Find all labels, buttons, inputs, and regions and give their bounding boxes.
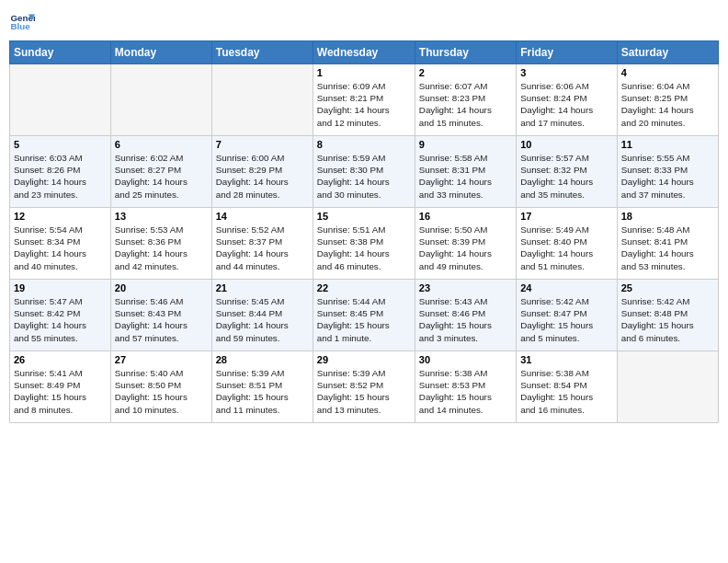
calendar-week-1: 1Sunrise: 6:09 AM Sunset: 8:21 PM Daylig… <box>10 64 719 136</box>
calendar-cell: 8Sunrise: 5:59 AM Sunset: 8:30 PM Daylig… <box>313 136 415 208</box>
calendar-cell <box>617 351 718 423</box>
day-number: 12 <box>14 211 107 222</box>
logo: General Blue <box>9 9 35 35</box>
day-info: Sunrise: 5:38 AM Sunset: 8:54 PM Dayligh… <box>520 367 613 416</box>
calendar-cell: 5Sunrise: 6:03 AM Sunset: 8:26 PM Daylig… <box>10 136 111 208</box>
day-info: Sunrise: 5:41 AM Sunset: 8:49 PM Dayligh… <box>14 367 107 416</box>
day-info: Sunrise: 5:38 AM Sunset: 8:53 PM Dayligh… <box>419 367 512 416</box>
calendar-cell: 4Sunrise: 6:04 AM Sunset: 8:25 PM Daylig… <box>617 64 718 136</box>
day-number: 17 <box>520 211 613 222</box>
calendar-cell: 11Sunrise: 5:55 AM Sunset: 8:33 PM Dayli… <box>617 136 718 208</box>
day-info: Sunrise: 5:45 AM Sunset: 8:44 PM Dayligh… <box>216 295 309 344</box>
day-number: 31 <box>520 354 613 365</box>
day-number: 19 <box>14 282 107 293</box>
day-number: 29 <box>317 354 411 365</box>
calendar-cell: 26Sunrise: 5:41 AM Sunset: 8:49 PM Dayli… <box>10 351 111 423</box>
calendar-cell <box>211 64 313 136</box>
day-info: Sunrise: 6:00 AM Sunset: 8:29 PM Dayligh… <box>216 152 309 201</box>
day-number: 2 <box>419 67 512 78</box>
calendar-cell: 14Sunrise: 5:52 AM Sunset: 8:37 PM Dayli… <box>211 208 313 280</box>
day-number: 25 <box>621 282 714 293</box>
day-number: 3 <box>520 67 613 78</box>
calendar-cell: 21Sunrise: 5:45 AM Sunset: 8:44 PM Dayli… <box>211 280 313 351</box>
day-info: Sunrise: 5:42 AM Sunset: 8:47 PM Dayligh… <box>520 295 613 344</box>
day-info: Sunrise: 5:47 AM Sunset: 8:42 PM Dayligh… <box>14 295 107 344</box>
day-number: 26 <box>14 354 107 365</box>
day-info: Sunrise: 5:53 AM Sunset: 8:36 PM Dayligh… <box>115 224 208 272</box>
day-info: Sunrise: 6:03 AM Sunset: 8:26 PM Dayligh… <box>14 152 107 201</box>
calendar-cell: 22Sunrise: 5:44 AM Sunset: 8:45 PM Dayli… <box>313 280 415 351</box>
calendar-cell: 2Sunrise: 6:07 AM Sunset: 8:23 PM Daylig… <box>415 64 516 136</box>
day-info: Sunrise: 6:04 AM Sunset: 8:25 PM Dayligh… <box>621 80 714 129</box>
day-info: Sunrise: 5:39 AM Sunset: 8:51 PM Dayligh… <box>216 367 309 416</box>
column-header-monday: Monday <box>110 41 211 64</box>
day-number: 28 <box>216 354 309 365</box>
calendar-cell: 17Sunrise: 5:49 AM Sunset: 8:40 PM Dayli… <box>517 208 618 280</box>
day-number: 22 <box>317 282 411 293</box>
day-number: 23 <box>419 282 512 293</box>
day-info: Sunrise: 5:55 AM Sunset: 8:33 PM Dayligh… <box>621 152 714 201</box>
calendar-cell: 18Sunrise: 5:48 AM Sunset: 8:41 PM Dayli… <box>617 208 718 280</box>
day-number: 10 <box>520 139 613 150</box>
day-info: Sunrise: 5:46 AM Sunset: 8:43 PM Dayligh… <box>115 295 208 344</box>
calendar-cell: 6Sunrise: 6:02 AM Sunset: 8:27 PM Daylig… <box>110 136 211 208</box>
calendar-cell: 27Sunrise: 5:40 AM Sunset: 8:50 PM Dayli… <box>110 351 211 423</box>
day-info: Sunrise: 6:02 AM Sunset: 8:27 PM Dayligh… <box>115 152 208 201</box>
day-info: Sunrise: 5:57 AM Sunset: 8:32 PM Dayligh… <box>520 152 613 201</box>
day-number: 6 <box>115 139 208 150</box>
day-info: Sunrise: 5:44 AM Sunset: 8:45 PM Dayligh… <box>317 295 411 344</box>
day-number: 11 <box>621 139 714 150</box>
calendar-week-2: 5Sunrise: 6:03 AM Sunset: 8:26 PM Daylig… <box>10 136 719 208</box>
calendar-cell: 20Sunrise: 5:46 AM Sunset: 8:43 PM Dayli… <box>110 280 211 351</box>
calendar-cell: 7Sunrise: 6:00 AM Sunset: 8:29 PM Daylig… <box>211 136 313 208</box>
calendar-cell: 23Sunrise: 5:43 AM Sunset: 8:46 PM Dayli… <box>415 280 516 351</box>
day-number: 16 <box>419 211 512 222</box>
day-number: 15 <box>317 211 411 222</box>
calendar-cell: 16Sunrise: 5:50 AM Sunset: 8:39 PM Dayli… <box>415 208 516 280</box>
calendar-cell: 30Sunrise: 5:38 AM Sunset: 8:53 PM Dayli… <box>415 351 516 423</box>
day-number: 21 <box>216 282 309 293</box>
day-info: Sunrise: 5:39 AM Sunset: 8:52 PM Dayligh… <box>317 367 411 416</box>
day-info: Sunrise: 5:51 AM Sunset: 8:38 PM Dayligh… <box>317 224 411 272</box>
day-info: Sunrise: 5:48 AM Sunset: 8:41 PM Dayligh… <box>621 224 714 272</box>
day-number: 4 <box>621 67 714 78</box>
day-info: Sunrise: 5:40 AM Sunset: 8:50 PM Dayligh… <box>115 367 208 416</box>
calendar-cell: 3Sunrise: 6:06 AM Sunset: 8:24 PM Daylig… <box>517 64 618 136</box>
calendar-cell <box>10 64 111 136</box>
column-header-thursday: Thursday <box>415 41 516 64</box>
logo-icon: General Blue <box>9 9 35 35</box>
svg-text:Blue: Blue <box>10 21 30 31</box>
page-header: General Blue <box>9 9 719 35</box>
calendar-cell: 10Sunrise: 5:57 AM Sunset: 8:32 PM Dayli… <box>517 136 618 208</box>
column-header-tuesday: Tuesday <box>211 41 313 64</box>
day-info: Sunrise: 5:58 AM Sunset: 8:31 PM Dayligh… <box>419 152 512 201</box>
column-header-saturday: Saturday <box>617 41 718 64</box>
day-info: Sunrise: 5:54 AM Sunset: 8:34 PM Dayligh… <box>14 224 107 272</box>
calendar-week-5: 26Sunrise: 5:41 AM Sunset: 8:49 PM Dayli… <box>10 351 719 423</box>
day-info: Sunrise: 6:09 AM Sunset: 8:21 PM Dayligh… <box>317 80 411 129</box>
calendar-cell: 12Sunrise: 5:54 AM Sunset: 8:34 PM Dayli… <box>10 208 111 280</box>
day-number: 14 <box>216 211 309 222</box>
day-number: 18 <box>621 211 714 222</box>
calendar-cell: 29Sunrise: 5:39 AM Sunset: 8:52 PM Dayli… <box>313 351 415 423</box>
column-header-sunday: Sunday <box>10 41 111 64</box>
day-number: 9 <box>419 139 512 150</box>
day-info: Sunrise: 6:07 AM Sunset: 8:23 PM Dayligh… <box>419 80 512 129</box>
calendar-cell: 31Sunrise: 5:38 AM Sunset: 8:54 PM Dayli… <box>517 351 618 423</box>
column-header-wednesday: Wednesday <box>313 41 415 64</box>
day-info: Sunrise: 5:43 AM Sunset: 8:46 PM Dayligh… <box>419 295 512 344</box>
calendar-cell: 15Sunrise: 5:51 AM Sunset: 8:38 PM Dayli… <box>313 208 415 280</box>
calendar-cell: 13Sunrise: 5:53 AM Sunset: 8:36 PM Dayli… <box>110 208 211 280</box>
calendar-cell: 19Sunrise: 5:47 AM Sunset: 8:42 PM Dayli… <box>10 280 111 351</box>
day-number: 5 <box>14 139 107 150</box>
day-info: Sunrise: 5:52 AM Sunset: 8:37 PM Dayligh… <box>216 224 309 272</box>
day-number: 13 <box>115 211 208 222</box>
day-info: Sunrise: 5:59 AM Sunset: 8:30 PM Dayligh… <box>317 152 411 201</box>
day-info: Sunrise: 5:50 AM Sunset: 8:39 PM Dayligh… <box>419 224 512 272</box>
calendar-cell: 1Sunrise: 6:09 AM Sunset: 8:21 PM Daylig… <box>313 64 415 136</box>
calendar-cell <box>110 64 211 136</box>
day-number: 30 <box>419 354 512 365</box>
day-number: 27 <box>115 354 208 365</box>
day-number: 7 <box>216 139 309 150</box>
calendar-cell: 28Sunrise: 5:39 AM Sunset: 8:51 PM Dayli… <box>211 351 313 423</box>
